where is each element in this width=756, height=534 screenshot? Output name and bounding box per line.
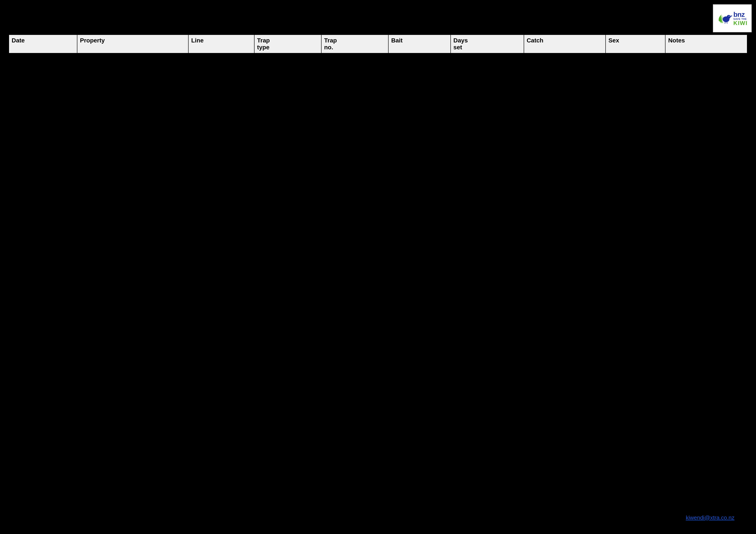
col-header-line: Line — [188, 35, 254, 53]
svg-line-6 — [727, 22, 727, 24]
svg-point-4 — [729, 16, 729, 17]
footer-email-link[interactable]: kiwendi@xtra.co.nz — [686, 514, 735, 521]
logo-text-block: bnz SAVE THE KIWI — [733, 11, 747, 26]
svg-line-5 — [725, 22, 725, 24]
col-header-date: Date — [9, 35, 77, 53]
logo-kiwi-text: KIWI — [733, 20, 747, 26]
logo-bnz-text: bnz — [733, 11, 744, 18]
col-header-days-set: Daysset — [451, 35, 524, 53]
col-header-notes: Notes — [665, 35, 747, 53]
col-header-property: Property — [77, 35, 188, 53]
svg-point-2 — [727, 15, 731, 19]
col-header-catch: Catch — [524, 35, 606, 53]
logo-container: bnz SAVE THE KIWI — [713, 4, 752, 32]
col-header-bait: Bait — [388, 35, 451, 53]
col-header-sex: Sex — [606, 35, 665, 53]
table-header-row: Date Property Line Traptype Trapno. Bait… — [9, 35, 747, 53]
main-table-container: Date Property Line Traptype Trapno. Bait… — [9, 35, 747, 53]
kiwi-logo-icon — [717, 11, 732, 26]
col-header-trap-type: Traptype — [254, 35, 321, 53]
trap-records-table: Date Property Line Traptype Trapno. Bait… — [9, 35, 747, 53]
col-header-trap-no: Trapno. — [321, 35, 388, 53]
